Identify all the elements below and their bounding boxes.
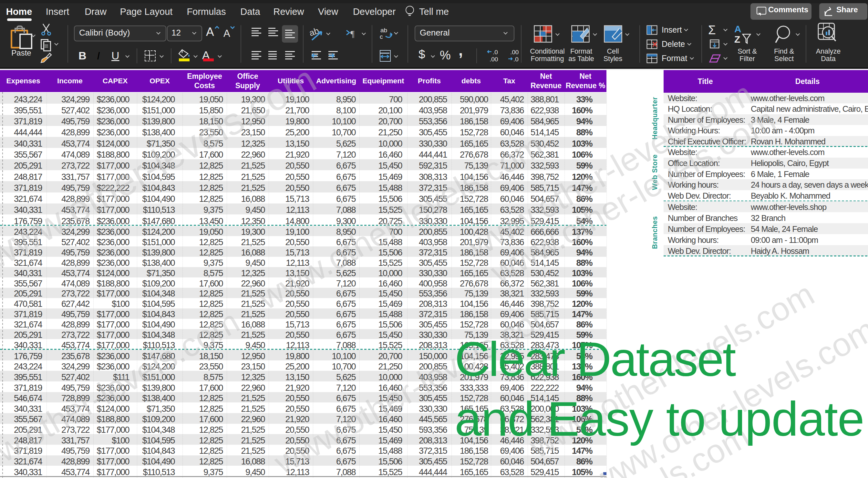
svg-text:.0: .0 (514, 56, 519, 63)
svg-text:¶: ¶ (350, 29, 354, 39)
svg-text:A: A (734, 25, 741, 34)
svg-text:.0: .0 (493, 49, 498, 56)
svg-text:c: c (380, 33, 383, 40)
svg-text:Z: Z (734, 34, 740, 44)
svg-text:ab: ab (380, 27, 387, 34)
svg-text:.00: .00 (510, 49, 519, 56)
svg-text:.00: .00 (490, 56, 498, 63)
